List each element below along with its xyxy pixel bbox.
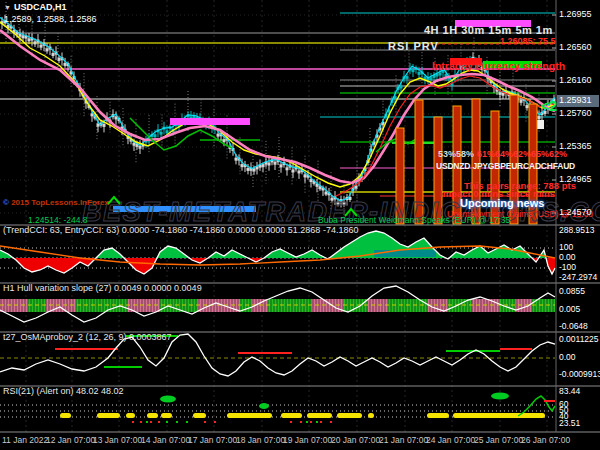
- timeframe-labels[interactable]: 4H 1H 30m 15m 5m 1m: [424, 25, 553, 36]
- pane-0-scale-label: 0.00: [559, 253, 576, 262]
- pane-3-scale-label: 23.51: [559, 419, 580, 428]
- quote-line: 1.2589, 1.2588, 1.2586: [4, 15, 97, 24]
- strength-title: Intraday currency strength: [432, 61, 565, 72]
- time-label: 25 Jan 07:00: [474, 436, 523, 445]
- mt4-chart-window: BEST-METATRADER-INDICATORS.COM 4H 1H 30m…: [0, 0, 600, 450]
- pane-0-scale-label: -100: [559, 263, 576, 272]
- pane-0-scale-label: 100: [559, 243, 573, 252]
- symbol-dropdown-icon[interactable]: ▼: [4, 4, 11, 11]
- time-label: 24 Jan 07:00: [426, 436, 475, 445]
- news-price-left: 1.24514: -244.8: [28, 216, 88, 225]
- time-label: 12 Jan 07:00: [46, 436, 95, 445]
- time-label: 17 Jan 07:00: [188, 436, 237, 445]
- price-label: 1.25365: [559, 142, 592, 151]
- time-label: 14 Jan 07:00: [141, 436, 190, 445]
- upcoming-news-label: Upcoming news: [460, 198, 544, 209]
- pane-1-scale-label: -0.0648: [559, 322, 588, 331]
- copyright-text: 2015 TopLessons.InForex: [9, 198, 109, 207]
- pane-2-scale-label: 0.0011225: [559, 335, 599, 344]
- time-label: 20 Jan 07:00: [331, 436, 380, 445]
- price-label: 1.26955: [559, 10, 592, 19]
- pane-1-scale-label: 0.0855: [559, 287, 585, 296]
- time-label: 21 Jan 07:00: [379, 436, 428, 445]
- strength-percents-gray: 53%58%: [438, 150, 474, 159]
- strength-currencies: USDNZD JPYGBPEURCADCHFAUD: [436, 162, 575, 171]
- price-label: 1.24965: [559, 175, 592, 184]
- time-label: 11 Jan 2022: [2, 436, 48, 445]
- price-label: 1.24570: [559, 208, 592, 217]
- bars-count-label: <2: [541, 99, 557, 113]
- pane-0-scale-label: 288.9513: [559, 226, 594, 235]
- pane-1-indicator-label: H1 Hull variation slope (27) 0.0049 0.00…: [3, 284, 202, 293]
- news-event-eur: Buba President Weidmann Speaks (EUR) @ 1…: [318, 216, 510, 225]
- time-label: 26 Jan 07:00: [521, 436, 570, 445]
- pane-0-scale-label: -247.2974: [559, 273, 597, 282]
- price-label: 1.25760: [559, 109, 592, 118]
- pane-3-scale-label: 83.44: [559, 387, 580, 396]
- price-label: 1.26160: [559, 76, 592, 85]
- rsi-prv-label: RSI PRV: [388, 41, 439, 52]
- symbol-block: ▼USDCAD,H1 1.2589, 1.2588, 1.2586: [4, 3, 97, 24]
- strength-percents-red: 61%64%62%65%62%: [477, 150, 567, 159]
- resistance-bar-magenta-mid: [170, 118, 250, 125]
- time-label: 19 Jan 07:00: [283, 436, 332, 445]
- pane-2-scale-label: -0.0009913: [559, 370, 600, 379]
- pane-0-indicator-label: (TrendCCI: 63, EntryCCI: 63) 0.0000 -74.…: [3, 226, 358, 235]
- symbol-title: USDCAD,H1: [14, 2, 67, 12]
- price-label: 1.26560: [559, 43, 592, 52]
- time-label: 18 Jan 07:00: [236, 436, 285, 445]
- pane-2-scale-label: 0.00: [559, 353, 576, 362]
- pane-3-indicator-label: RSI(21) (Alert on) 48.02 48.02: [3, 387, 124, 396]
- copyright-watermark: © 2015 TopLessons.InForex: [3, 199, 109, 207]
- pane-2-indicator-label: t27_OsMAproboy_2 (12, 26, 9) 0.0003867: [3, 333, 172, 342]
- time-label: 13 Jan 07:00: [93, 436, 142, 445]
- alert-price-label: 1.26085: 75.5: [500, 37, 556, 46]
- pane-1-scale-label: 0.005: [559, 305, 580, 314]
- current-price-box: 1.25931: [557, 95, 599, 107]
